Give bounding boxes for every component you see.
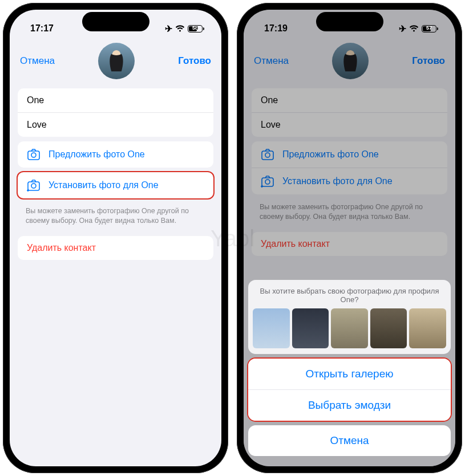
svg-rect-8 — [262, 178, 273, 186]
phone-left: 17:17 ✈︎ 58 Отмена Готово One Love — [3, 3, 228, 473]
wifi-icon — [175, 25, 185, 32]
dynamic-island — [82, 12, 149, 31]
airplane-icon: ✈︎ — [165, 23, 172, 34]
avatar[interactable] — [332, 43, 369, 79]
delete-section: Удалить контакт — [252, 232, 447, 256]
delete-section: Удалить контакт — [18, 236, 213, 260]
svg-point-9 — [265, 180, 270, 184]
wifi-icon — [409, 25, 419, 32]
phone-right: 17:19 ✈︎ 57 Отмена Готово One Love — [237, 3, 462, 473]
battery-icon: 57 — [422, 25, 438, 32]
thumbnail[interactable] — [253, 308, 290, 348]
svg-point-4 — [31, 184, 36, 188]
done-button[interactable]: Готово — [178, 55, 211, 67]
photo-thumbnails — [248, 308, 451, 354]
status-icons: ✈︎ 58 — [165, 23, 204, 34]
sheet-title: Вы хотите выбрать свою фотографию для пр… — [248, 280, 451, 308]
thumbnail[interactable] — [409, 308, 446, 348]
set-photo-button[interactable]: Установить фото для One — [252, 168, 447, 194]
screen-left: 17:17 ✈︎ 58 Отмена Готово One Love — [10, 10, 221, 466]
battery-icon: 58 — [188, 25, 204, 32]
delete-contact-button[interactable]: Удалить контакт — [252, 232, 447, 256]
done-button[interactable]: Готово — [412, 55, 445, 67]
status-time: 17:17 — [30, 23, 54, 34]
sheet-cancel-group: Отмена — [248, 425, 451, 456]
photo-hint: Вы можете заменить фотографию One другой… — [244, 199, 455, 222]
sheet-cancel-button[interactable]: Отмена — [248, 425, 451, 456]
suggest-photo-button[interactable]: Предложить фото One — [18, 141, 213, 168]
first-name-field[interactable]: One — [18, 88, 213, 112]
svg-point-2 — [31, 153, 36, 157]
avatar[interactable] — [98, 43, 135, 79]
last-name-field[interactable]: Love — [252, 112, 447, 137]
camera-icon — [27, 148, 41, 161]
action-sheet: Вы хотите выбрать свою фотографию для пр… — [248, 280, 451, 461]
nav-bar: Отмена Готово — [244, 39, 455, 84]
svg-point-5 — [346, 50, 354, 60]
pick-emoji-button[interactable]: Выбрать эмодзи — [248, 389, 451, 421]
sheet-options-group: Открыть галерею Выбрать эмодзи — [248, 359, 451, 421]
set-photo-section: Установить фото для One — [18, 172, 213, 198]
suggest-photo-label: Предложить фото One — [48, 149, 145, 160]
camera-plus-icon — [27, 179, 41, 192]
set-photo-button[interactable]: Установить фото для One — [18, 172, 213, 198]
thumbnail[interactable] — [292, 308, 329, 348]
svg-rect-6 — [262, 151, 273, 160]
cancel-button[interactable]: Отмена — [20, 55, 55, 67]
name-section: One Love — [18, 88, 213, 137]
thumbnail[interactable] — [370, 308, 407, 348]
nav-bar: Отмена Готово — [10, 39, 221, 84]
status-time: 17:19 — [264, 23, 288, 34]
photo-hint: Вы можете заменить фотографию One другой… — [10, 203, 221, 226]
sheet-header-group: Вы хотите выбрать свою фотографию для пр… — [248, 280, 451, 354]
suggest-photo-button[interactable]: Предложить фото One — [252, 141, 447, 168]
thumbnail[interactable] — [331, 308, 368, 348]
photo-section: Предложить фото One — [18, 141, 213, 168]
screen-right: 17:19 ✈︎ 57 Отмена Готово One Love — [244, 10, 455, 466]
dynamic-island — [316, 12, 383, 31]
cancel-button[interactable]: Отмена — [254, 55, 289, 67]
camera-icon — [261, 148, 274, 161]
suggest-photo-label: Предложить фото One — [282, 149, 379, 160]
svg-point-7 — [265, 153, 270, 157]
set-photo-label: Установить фото для One — [282, 176, 393, 186]
photo-section: Предложить фото One Установить фото для … — [252, 141, 447, 194]
last-name-field[interactable]: Love — [18, 112, 213, 137]
set-photo-label: Установить фото для One — [48, 180, 159, 190]
first-name-field[interactable]: One — [252, 88, 447, 112]
camera-plus-icon — [261, 175, 274, 188]
name-section: One Love — [252, 88, 447, 137]
airplane-icon: ✈︎ — [399, 23, 406, 34]
status-icons: ✈︎ 57 — [399, 23, 438, 34]
open-gallery-button[interactable]: Открыть галерею — [248, 359, 451, 389]
delete-contact-button[interactable]: Удалить контакт — [18, 236, 213, 260]
